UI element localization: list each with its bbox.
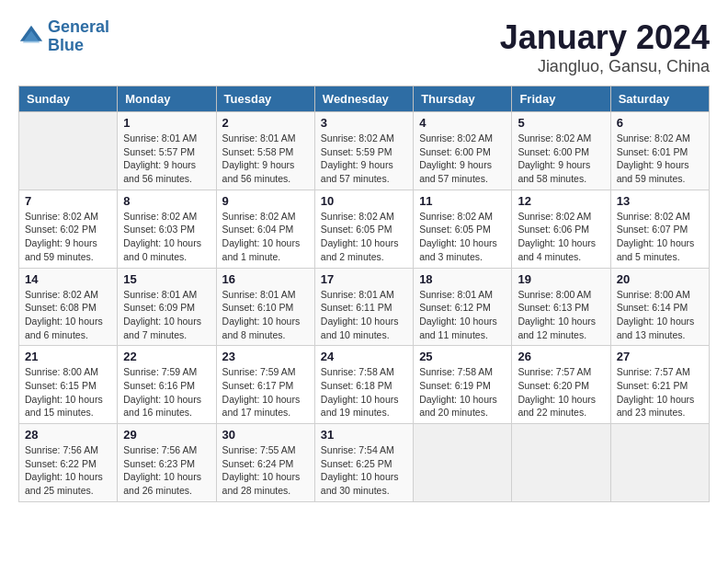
day-info-line: and 6 minutes. bbox=[25, 329, 88, 340]
day-info-line: Daylight: 10 hours bbox=[419, 394, 497, 405]
day-cell: 26Sunrise: 7:57 AMSunset: 6:20 PMDayligh… bbox=[512, 346, 610, 424]
day-info-line: Daylight: 10 hours bbox=[617, 316, 695, 327]
day-info-line: Sunrise: 8:01 AM bbox=[123, 289, 197, 300]
day-number: 12 bbox=[518, 194, 604, 208]
day-number: 17 bbox=[321, 272, 407, 286]
header-saturday: Saturday bbox=[610, 86, 709, 112]
day-info-line: Sunset: 5:57 PM bbox=[123, 146, 195, 157]
day-info-line: Sunset: 6:03 PM bbox=[123, 224, 195, 235]
day-info-line: Daylight: 10 hours bbox=[25, 471, 103, 482]
day-info: Sunrise: 7:57 AMSunset: 6:20 PMDaylight:… bbox=[518, 365, 604, 419]
day-info-line: Daylight: 10 hours bbox=[222, 237, 301, 248]
day-number: 13 bbox=[617, 194, 703, 208]
day-info: Sunrise: 8:01 AMSunset: 6:11 PMDaylight:… bbox=[321, 288, 407, 342]
day-cell: 6Sunrise: 8:02 AMSunset: 6:01 PMDaylight… bbox=[610, 112, 709, 190]
day-info-line: and 22 minutes. bbox=[518, 407, 586, 418]
day-info-line: Sunset: 6:15 PM bbox=[25, 380, 97, 391]
day-info-line: Daylight: 10 hours bbox=[25, 394, 103, 405]
day-number: 28 bbox=[25, 428, 111, 442]
day-info-line: Daylight: 10 hours bbox=[617, 237, 695, 248]
day-info-line: Daylight: 10 hours bbox=[419, 316, 497, 327]
day-info-line: Sunrise: 8:02 AM bbox=[617, 211, 690, 222]
day-number: 7 bbox=[25, 194, 111, 208]
day-info-line: Daylight: 10 hours bbox=[222, 471, 301, 482]
day-number: 18 bbox=[419, 272, 506, 286]
day-number: 30 bbox=[222, 428, 309, 442]
day-info-line: and 11 minutes. bbox=[419, 329, 488, 340]
day-info-line: Sunset: 6:20 PM bbox=[518, 380, 589, 391]
day-info-line: Sunset: 6:09 PM bbox=[123, 302, 195, 313]
day-info-line: Daylight: 9 hours bbox=[25, 237, 97, 248]
day-cell: 5Sunrise: 8:02 AMSunset: 6:00 PMDaylight… bbox=[512, 112, 610, 190]
week-row-1: 7Sunrise: 8:02 AMSunset: 6:02 PMDaylight… bbox=[19, 190, 710, 268]
header-thursday: Thursday bbox=[414, 86, 512, 112]
day-number: 4 bbox=[419, 116, 506, 130]
day-number: 14 bbox=[25, 272, 111, 286]
logo-line2: Blue bbox=[48, 36, 84, 54]
day-info: Sunrise: 7:56 AMSunset: 6:22 PMDaylight:… bbox=[25, 443, 111, 498]
day-number: 10 bbox=[321, 194, 407, 208]
day-cell: 25Sunrise: 7:58 AMSunset: 6:19 PMDayligh… bbox=[414, 346, 512, 424]
day-number: 27 bbox=[617, 350, 703, 363]
day-info-line: Sunset: 6:18 PM bbox=[321, 380, 392, 391]
day-info-line: Sunset: 6:24 PM bbox=[222, 458, 294, 469]
day-info-line: Sunset: 6:19 PM bbox=[419, 380, 491, 391]
day-info-line: Sunset: 6:05 PM bbox=[321, 224, 392, 235]
day-info-line: Sunrise: 7:56 AM bbox=[25, 444, 98, 455]
day-info: Sunrise: 7:59 AMSunset: 6:17 PMDaylight:… bbox=[222, 365, 309, 419]
day-info-line: Sunset: 6:17 PM bbox=[222, 380, 294, 391]
day-info-line: Daylight: 10 hours bbox=[123, 316, 201, 327]
day-cell bbox=[414, 424, 512, 502]
day-cell: 13Sunrise: 8:02 AMSunset: 6:07 PMDayligh… bbox=[610, 190, 709, 268]
header-monday: Monday bbox=[118, 86, 216, 112]
day-info: Sunrise: 8:02 AMSunset: 6:07 PMDaylight:… bbox=[617, 210, 703, 264]
day-info-line: and 58 minutes. bbox=[518, 173, 586, 184]
day-info-line: Sunset: 6:08 PM bbox=[25, 302, 97, 313]
day-cell: 31Sunrise: 7:54 AMSunset: 6:25 PMDayligh… bbox=[314, 424, 413, 502]
day-info-line: Sunset: 6:01 PM bbox=[617, 146, 688, 157]
day-info-line: and 0 minutes. bbox=[123, 251, 187, 262]
day-cell: 4Sunrise: 8:02 AMSunset: 6:00 PMDaylight… bbox=[414, 112, 512, 190]
day-number: 31 bbox=[321, 428, 407, 442]
day-info-line: and 5 minutes. bbox=[617, 251, 680, 262]
header-sunday: Sunday bbox=[19, 86, 118, 112]
day-info-line: Sunset: 6:23 PM bbox=[123, 458, 195, 469]
day-info: Sunrise: 8:01 AMSunset: 6:12 PMDaylight:… bbox=[419, 288, 506, 342]
day-cell: 10Sunrise: 8:02 AMSunset: 6:05 PMDayligh… bbox=[314, 190, 413, 268]
day-info-line: and 57 minutes. bbox=[419, 173, 488, 184]
day-info-line: and 2 minutes. bbox=[321, 251, 384, 262]
day-cell: 23Sunrise: 7:59 AMSunset: 6:17 PMDayligh… bbox=[216, 346, 314, 424]
day-cell: 18Sunrise: 8:01 AMSunset: 6:12 PMDayligh… bbox=[414, 268, 512, 346]
day-info: Sunrise: 8:02 AMSunset: 6:01 PMDaylight:… bbox=[617, 132, 703, 186]
page-header: General Blue January 2024 Jiangluo, Gans… bbox=[18, 18, 710, 76]
week-row-3: 21Sunrise: 8:00 AMSunset: 6:15 PMDayligh… bbox=[19, 346, 710, 424]
day-number: 26 bbox=[518, 350, 604, 363]
day-info: Sunrise: 7:56 AMSunset: 6:23 PMDaylight:… bbox=[123, 443, 210, 498]
day-info-line: Sunrise: 8:02 AM bbox=[419, 211, 493, 222]
day-info-line: and 13 minutes. bbox=[617, 329, 686, 340]
day-info: Sunrise: 8:02 AMSunset: 6:05 PMDaylight:… bbox=[419, 210, 506, 264]
day-info-line: and 57 minutes. bbox=[321, 173, 390, 184]
day-number: 25 bbox=[419, 350, 506, 363]
day-number: 11 bbox=[419, 194, 506, 208]
day-info: Sunrise: 8:02 AMSunset: 6:05 PMDaylight:… bbox=[321, 210, 407, 264]
week-row-2: 14Sunrise: 8:02 AMSunset: 6:08 PMDayligh… bbox=[19, 268, 710, 346]
day-info-line: and 7 minutes. bbox=[123, 329, 187, 340]
day-info-line: Daylight: 10 hours bbox=[321, 237, 399, 248]
day-info-line: and 15 minutes. bbox=[25, 407, 94, 418]
day-cell: 17Sunrise: 8:01 AMSunset: 6:11 PMDayligh… bbox=[314, 268, 413, 346]
day-info-line: and 59 minutes. bbox=[25, 251, 94, 262]
day-info-line: Sunset: 5:58 PM bbox=[222, 146, 294, 157]
day-info: Sunrise: 8:02 AMSunset: 6:00 PMDaylight:… bbox=[419, 132, 506, 186]
day-info-line: Sunrise: 7:59 AM bbox=[123, 366, 197, 377]
day-info-line: Sunrise: 7:56 AM bbox=[123, 444, 197, 455]
day-number: 8 bbox=[123, 194, 210, 208]
day-cell: 1Sunrise: 8:01 AMSunset: 5:57 PMDaylight… bbox=[118, 112, 216, 190]
day-cell: 24Sunrise: 7:58 AMSunset: 6:18 PMDayligh… bbox=[314, 346, 413, 424]
day-info: Sunrise: 8:01 AMSunset: 5:58 PMDaylight:… bbox=[222, 132, 309, 186]
day-info: Sunrise: 8:02 AMSunset: 6:00 PMDaylight:… bbox=[518, 132, 604, 186]
day-info-line: and 26 minutes. bbox=[123, 485, 192, 496]
day-cell: 27Sunrise: 7:57 AMSunset: 6:21 PMDayligh… bbox=[610, 346, 709, 424]
day-info-line: Sunrise: 8:01 AM bbox=[419, 289, 493, 300]
day-info-line: Daylight: 10 hours bbox=[617, 394, 695, 405]
